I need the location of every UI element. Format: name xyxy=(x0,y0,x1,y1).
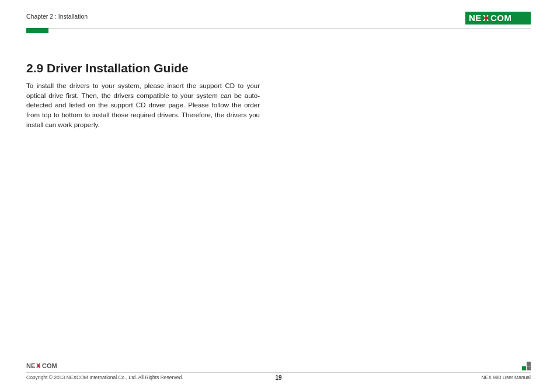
page-number: 19 xyxy=(26,374,531,381)
section-heading: 2.9 Driver Installation Guide xyxy=(26,61,260,75)
header-rule xyxy=(26,28,531,29)
header-tab xyxy=(26,28,48,33)
footer-rule xyxy=(26,372,531,373)
chapter-label: Chapter 2 : Installation xyxy=(26,12,88,20)
brand-logo-top: NE X COM xyxy=(465,12,531,24)
brand-logo-bottom: NE X COM xyxy=(26,362,62,369)
svg-text:COM: COM xyxy=(490,13,512,23)
main-content: 2.9 Driver Installation Guide To install… xyxy=(26,61,260,130)
section-paragraph: To install the drivers to your system, p… xyxy=(26,81,260,130)
page-footer: NE X COM Copyright © 2013 NEXCOM Interna… xyxy=(26,360,531,380)
svg-text:COM: COM xyxy=(42,362,57,369)
footer-squares-icon xyxy=(522,362,531,370)
page-header: Chapter 2 : Installation NE X COM xyxy=(26,12,531,28)
svg-text:NE: NE xyxy=(469,13,482,23)
svg-text:NE: NE xyxy=(26,362,35,369)
